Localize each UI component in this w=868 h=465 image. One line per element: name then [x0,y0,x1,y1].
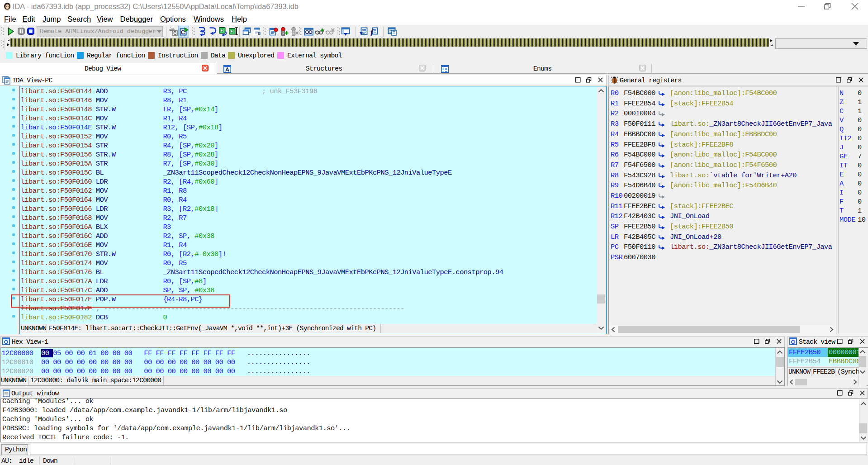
svg-text:B: B [258,31,261,36]
svg-text:C: C [181,29,185,36]
